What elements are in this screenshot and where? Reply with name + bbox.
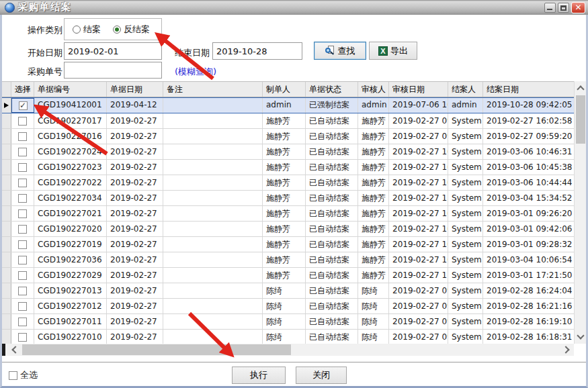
table-row[interactable]: CGD1902270232019-02-27施静芳已自动结案施静芳2019-02… xyxy=(2,160,574,175)
minimize-button[interactable] xyxy=(544,3,556,13)
filter-form: 操作类别 结案 反结案 开始日期 结束日期 查找 X xyxy=(2,15,586,81)
cell-doc_date: 2019-02-27 xyxy=(107,191,163,205)
table-row[interactable]: CGD1902270362019-02-27施静芳已自动结案施静芳2019-02… xyxy=(2,252,574,268)
horizontal-scroll-thumb[interactable] xyxy=(22,344,291,355)
column-header-7[interactable]: 审核日期 xyxy=(389,82,448,97)
scroll-down-icon[interactable] xyxy=(577,332,584,339)
table-row[interactable]: CGD1902270202019-02-27施静芳已自动结案施静芳2019-02… xyxy=(2,222,574,237)
table-row[interactable]: CGD1902270112019-02-27陈绮已自动结案陈绮2019-02-2… xyxy=(2,314,574,330)
column-header-9[interactable]: 结案日期 xyxy=(483,82,574,97)
row-checkbox[interactable] xyxy=(18,132,27,141)
globe-icon xyxy=(5,3,15,13)
table-row[interactable]: ✓CGD1904120012019-04-12admin已强制结案admin20… xyxy=(2,97,574,113)
row-marker xyxy=(2,175,11,190)
row-checkbox[interactable] xyxy=(18,287,27,295)
cell-doc_date: 2019-02-27 xyxy=(107,314,163,329)
cell-audit_date: 2019-02-27 11: xyxy=(389,268,448,283)
row-checkbox[interactable] xyxy=(18,271,27,280)
search-button[interactable]: 查找 xyxy=(314,42,366,60)
table-row[interactable]: CGD1902270242019-02-27施静芳已自动结案施静芳2019-02… xyxy=(2,144,574,160)
row-checkbox[interactable] xyxy=(18,163,27,172)
close-dialog-button[interactable]: 关闭 xyxy=(296,367,347,384)
orders-grid: 选择单据编号单据日期备注制单人单据状态审核人审核日期结案人结案日期 ✓CGD19… xyxy=(2,81,586,356)
cell-close_date: 2019-02-28 16:19:10 xyxy=(483,314,574,329)
cell-creator: 施静芳 xyxy=(263,129,306,144)
row-checkbox[interactable] xyxy=(18,302,27,311)
cell-close_date: 2019-10-28 09:42:05 xyxy=(483,98,574,113)
column-header-2[interactable]: 单据日期 xyxy=(107,82,163,97)
row-checkbox[interactable] xyxy=(18,333,27,342)
cell-audit_date: 2019-02-27 09: xyxy=(389,129,448,144)
horizontal-scrollbar[interactable] xyxy=(2,344,574,356)
row-marker xyxy=(2,191,11,205)
cell-doc_no: CGD190227013 xyxy=(34,283,107,298)
row-checkbox[interactable] xyxy=(18,148,27,156)
cell-creator: 施静芳 xyxy=(263,113,306,128)
row-checkbox[interactable] xyxy=(18,225,27,234)
row-checkbox[interactable] xyxy=(18,318,27,326)
close-icon: ✕ xyxy=(572,3,585,13)
cell-remark xyxy=(163,283,263,298)
cell-close_date: 2019-02-28 16:21:16 xyxy=(483,299,574,313)
row-checkbox[interactable] xyxy=(18,194,27,203)
cell-closer: System xyxy=(448,144,483,159)
close-button[interactable]: ✕ xyxy=(571,2,585,13)
row-marker xyxy=(2,283,11,298)
cell-audit_date: 2019-02-27 10: xyxy=(389,144,448,159)
scroll-up-icon[interactable] xyxy=(577,85,584,93)
table-row[interactable]: CGD1902270132019-02-27陈绮已自动结案陈绮2019-02-2… xyxy=(2,283,574,299)
table-row[interactable]: CGD1902270342019-02-27施静芳已自动结案施静芳2019-02… xyxy=(2,191,574,206)
cell-doc_no: CGD190227016 xyxy=(34,129,107,144)
column-header-5[interactable]: 单据状态 xyxy=(306,82,358,97)
maximize-button[interactable] xyxy=(558,3,569,13)
start-date-input[interactable] xyxy=(64,42,162,60)
table-row[interactable]: CGD1902270192019-02-27施静芳已自动结案施静芳2019-02… xyxy=(2,237,574,252)
column-header-4[interactable]: 制单人 xyxy=(263,82,306,97)
cell-remark xyxy=(163,314,263,329)
row-checkbox[interactable] xyxy=(18,256,27,264)
operation-type-group: 结案 反结案 xyxy=(64,18,162,40)
row-checkbox[interactable] xyxy=(18,240,27,249)
radio-close-case[interactable]: 结案 xyxy=(73,23,101,36)
row-checkbox[interactable] xyxy=(18,179,27,187)
table-row[interactable]: CGD1902270162019-02-27施静芳已自动结案施静芳2019-02… xyxy=(2,129,574,144)
execute-button[interactable]: 执行 xyxy=(232,367,286,384)
column-header-8[interactable]: 结案人 xyxy=(448,82,483,97)
row-checkbox[interactable]: ✓ xyxy=(19,101,28,110)
cell-remark xyxy=(163,98,263,113)
cell-status: 已自动结案 xyxy=(306,330,358,344)
table-row[interactable]: CGD1902270172019-02-27施静芳已自动结案施静芳2019-02… xyxy=(2,113,574,129)
cell-auditor: 陈绮 xyxy=(358,299,389,313)
column-header-0[interactable]: 选择 xyxy=(11,82,34,97)
fuzzy-search-hint: (模糊查询) xyxy=(175,66,216,78)
po-number-input[interactable] xyxy=(64,62,162,79)
table-row[interactable]: CGD1902270292019-02-27施静芳已自动结案施静芳2019-02… xyxy=(2,268,574,283)
radio-reopen-case[interactable]: 反结案 xyxy=(113,23,150,36)
cell-close_date: 2019-02-27 09:59:20 xyxy=(483,129,574,144)
cell-doc_date: 2019-02-27 xyxy=(107,283,163,298)
table-row[interactable]: CGD1902270102019-02-27陈绮已自动结案陈绮2019-02-2… xyxy=(2,330,574,344)
select-all-checkbox[interactable]: 全选 xyxy=(9,369,38,381)
select-all-box-icon[interactable] xyxy=(9,371,17,380)
cell-close_date: 2019-02-27 16:02:58 xyxy=(483,113,574,128)
cell-remark xyxy=(163,144,263,159)
vertical-scrollbar[interactable] xyxy=(574,81,586,344)
end-date-input[interactable] xyxy=(212,42,302,60)
column-header-3[interactable]: 备注 xyxy=(163,82,263,97)
row-checkbox[interactable] xyxy=(18,209,27,218)
cell-auditor: 施静芳 xyxy=(358,191,389,205)
row-marker xyxy=(2,160,11,175)
scroll-right-icon[interactable] xyxy=(562,346,569,353)
cell-creator: 施静芳 xyxy=(263,175,306,190)
export-button[interactable]: X 导出 xyxy=(369,42,417,60)
scroll-left-icon[interactable] xyxy=(11,346,19,353)
table-row[interactable]: CGD1902270212019-02-27施静芳已自动结案施静芳2019-02… xyxy=(2,206,574,222)
table-row[interactable]: CGD1902270122019-02-27陈绮已自动结案陈绮2019-02-2… xyxy=(2,299,574,314)
column-header-1[interactable]: 单据编号 xyxy=(34,82,107,97)
cell-close_date: 2019-02-28 16:24:04 xyxy=(483,283,574,298)
table-row[interactable]: CGD1902270222019-02-27施静芳已自动结案施静芳2019-02… xyxy=(2,175,574,191)
vertical-scroll-thumb[interactable] xyxy=(576,95,585,144)
row-checkbox[interactable] xyxy=(18,117,27,126)
cell-doc_date: 2019-04-12 xyxy=(107,98,163,113)
column-header-6[interactable]: 审核人 xyxy=(358,82,389,97)
